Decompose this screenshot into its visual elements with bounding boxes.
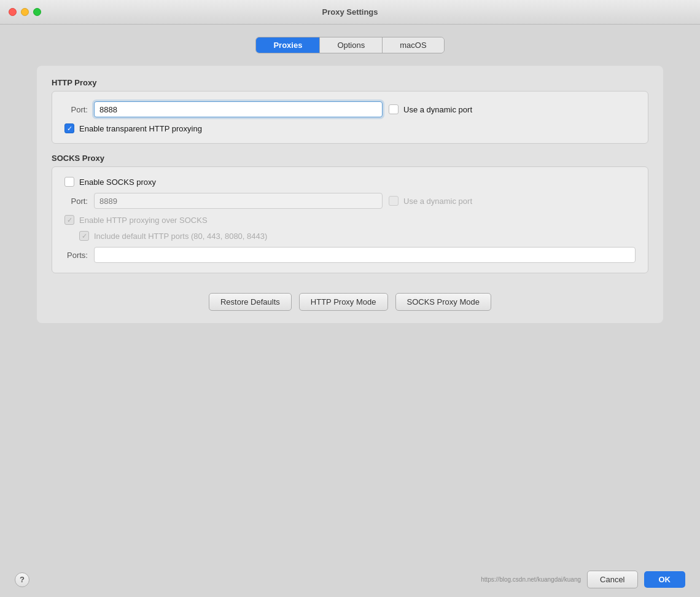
http-proxy-mode-button[interactable]: HTTP Proxy Mode	[299, 293, 388, 311]
main-content: Proxies Options macOS HTTP Proxy Port: U…	[0, 25, 700, 562]
socks-enable-label: Enable SOCKS proxy	[79, 178, 156, 187]
ok-button[interactable]: OK	[644, 571, 686, 588]
http-dynamic-port-checkbox[interactable]	[389, 104, 399, 114]
socks-ports-row: Ports:	[64, 247, 636, 263]
checkmark-icon: ✓	[67, 125, 72, 132]
socks-dynamic-port-label: Use a dynamic port	[403, 197, 472, 206]
http-dynamic-port-label: Use a dynamic port	[403, 105, 472, 114]
http-transparent-checkbox[interactable]: ✓	[64, 123, 74, 133]
settings-panel: HTTP Proxy Port: Use a dynamic port ✓	[37, 66, 663, 323]
window-controls[interactable]	[9, 8, 41, 16]
socks-http-over-socks-label: Enable HTTP proxying over SOCKS	[79, 216, 208, 225]
socks-enable-row: Enable SOCKS proxy	[64, 177, 636, 187]
socks-include-ports-row: ✓ Include default HTTP ports (80, 443, 8…	[64, 231, 636, 241]
tab-proxies[interactable]: Proxies	[256, 37, 320, 53]
socks-ports-label: Ports:	[64, 251, 88, 260]
minimize-button[interactable]	[21, 8, 29, 16]
socks-http-over-socks-checkbox[interactable]: ✓	[64, 215, 74, 225]
socks-enable-checkbox[interactable]	[64, 177, 74, 187]
http-transparent-row: ✓ Enable transparent HTTP proxying	[64, 123, 636, 133]
socks-port-input[interactable]	[94, 193, 383, 209]
title-bar: Proxy Settings	[0, 0, 700, 25]
footer-right: https://blog.csdn.net/kuangdai/kuang Can…	[481, 571, 685, 588]
http-proxy-label: HTTP Proxy	[52, 78, 648, 87]
checkmark-gray-icon: ✓	[67, 217, 72, 224]
http-proxy-box: Port: Use a dynamic port ✓ Enable transp…	[52, 91, 648, 144]
restore-defaults-button[interactable]: Restore Defaults	[209, 293, 292, 311]
http-proxy-section: HTTP Proxy Port: Use a dynamic port ✓	[52, 78, 648, 144]
footer-url: https://blog.csdn.net/kuangdai/kuang	[481, 576, 581, 583]
http-port-label: Port:	[64, 105, 88, 114]
socks-dynamic-port-row: Use a dynamic port	[389, 196, 472, 206]
socks-ports-input[interactable]	[94, 247, 636, 263]
socks-port-label: Port:	[64, 197, 88, 206]
footer: ? https://blog.csdn.net/kuangdai/kuang C…	[0, 562, 700, 597]
maximize-button[interactable]	[33, 8, 41, 16]
help-button[interactable]: ?	[15, 572, 29, 587]
socks-proxy-mode-button[interactable]: SOCKS Proxy Mode	[395, 293, 492, 311]
checkmark-gray-icon2: ✓	[82, 233, 87, 240]
action-buttons-row: Restore Defaults HTTP Proxy Mode SOCKS P…	[52, 293, 648, 311]
http-dynamic-port-row: Use a dynamic port	[389, 104, 472, 114]
socks-proxy-section: SOCKS Proxy Enable SOCKS proxy Port: Use…	[52, 154, 648, 273]
http-port-row: Port: Use a dynamic port	[64, 101, 636, 117]
socks-include-ports-checkbox[interactable]: ✓	[79, 231, 89, 241]
close-button[interactable]	[9, 8, 17, 16]
socks-port-row: Port: Use a dynamic port	[64, 193, 636, 209]
socks-http-over-socks-row: ✓ Enable HTTP proxying over SOCKS	[64, 215, 636, 225]
tab-options[interactable]: Options	[320, 37, 383, 53]
http-port-input[interactable]	[94, 101, 383, 117]
cancel-button[interactable]: Cancel	[587, 571, 637, 588]
http-transparent-label: Enable transparent HTTP proxying	[79, 124, 202, 133]
socks-proxy-box: Enable SOCKS proxy Port: Use a dynamic p…	[52, 166, 648, 273]
tab-bar: Proxies Options macOS	[255, 37, 444, 53]
tab-macos[interactable]: macOS	[383, 37, 443, 53]
socks-include-ports-label: Include default HTTP ports (80, 443, 808…	[94, 232, 267, 241]
window-title: Proxy Settings	[322, 7, 378, 17]
socks-dynamic-port-checkbox[interactable]	[389, 196, 399, 206]
socks-proxy-label: SOCKS Proxy	[52, 154, 648, 163]
